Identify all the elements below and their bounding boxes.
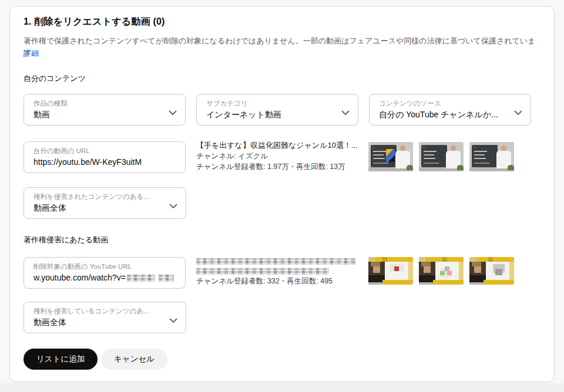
infringed-location-dropdown[interactable]: 権利を侵害されたコンテンツのある... 動画全体 [24, 187, 186, 219]
blurred-url-segment [127, 275, 155, 282]
infringing-video-url-label: 削除対象の動画の YouTube URL [33, 262, 132, 271]
blurred-video-title [196, 258, 356, 265]
section-label-my-content: 自分のコンテンツ [24, 73, 86, 84]
blurred-thumbnail [368, 257, 413, 285]
blurred-video-channel [196, 268, 329, 275]
content-source-dropdown[interactable]: コンテンツのソース 自分の YouTube チャンネルか... [369, 94, 531, 126]
blurred-thumbnail [419, 257, 464, 285]
presentation-board [472, 145, 498, 167]
my-video-url-input[interactable] [33, 157, 174, 167]
my-video-title: 【手を出すな】収益化困難なジャンル10選！... [196, 140, 358, 151]
my-video-channel: チャンネル: イズクル [196, 151, 268, 161]
chevron-down-icon [169, 201, 177, 206]
infringing-location-dropdown[interactable]: 権利を侵害しているコンテンツのあ... 動画全体 [24, 302, 186, 333]
my-video-stats: チャンネル登録者数: 1.97万・再生回数: 13万 [196, 162, 345, 172]
my-video-thumbnail [368, 142, 413, 171]
add-to-list-button[interactable]: リストに追加 [24, 349, 98, 370]
content-source-label: コンテンツのソース [379, 99, 441, 108]
presentation-board [421, 145, 447, 167]
infringing-video-url-value[interactable]: w.youtube.com/watch?v= [33, 273, 174, 282]
my-video-thumbnail [419, 142, 464, 171]
copyright-disclaimer-text: 著作権で保護されたコンテンツすべてが削除の対象になるわけではありません。一部の動… [24, 35, 543, 59]
details-link[interactable]: 詳細 [24, 48, 39, 59]
chevron-down-icon [169, 315, 177, 320]
content-source-value: 自分の YouTube チャンネルか... [379, 110, 498, 120]
infringing-location-value: 動画全体 [33, 317, 66, 328]
work-type-dropdown[interactable]: 作品の種類 動画 [24, 94, 186, 126]
chevron-down-icon [514, 107, 522, 113]
chevron-down-icon [341, 107, 350, 113]
section-label-infringing: 著作権侵害にあたる動画 [24, 235, 108, 245]
infringed-location-label: 権利を侵害されたコンテンツのある... [33, 192, 149, 201]
my-video-thumbnail [469, 142, 514, 171]
page-background-strip [0, 383, 564, 392]
work-type-label: 作品の種類 [33, 99, 68, 108]
cancel-button[interactable]: キャンセル [101, 349, 167, 370]
subcategory-dropdown[interactable]: サブカテゴリ インターネット動画 [196, 94, 358, 126]
blurred-url-segment [159, 275, 174, 282]
infringing-location-label: 権利を侵害しているコンテンツのあ... [33, 307, 149, 316]
my-video-url-field[interactable]: 自分の動画の URL [24, 141, 186, 173]
infringing-video-url-field[interactable]: 削除対象の動画の YouTube URL w.youtube.com/watch… [24, 257, 186, 289]
page-title: 1. 削除をリクエストする動画 (0) [24, 16, 165, 28]
infringing-video-stats: チャンネル登録者数: 332・再生回数: 495 [196, 276, 333, 286]
blurred-thumbnail [469, 257, 514, 285]
subcategory-value: インターネット動画 [206, 110, 281, 120]
subcategory-label: サブカテゴリ [206, 99, 248, 108]
chevron-down-icon [169, 107, 177, 113]
infringed-location-value: 動画全体 [33, 203, 66, 214]
my-video-url-label: 自分の動画の URL [33, 147, 90, 156]
work-type-value: 動画 [33, 110, 50, 120]
